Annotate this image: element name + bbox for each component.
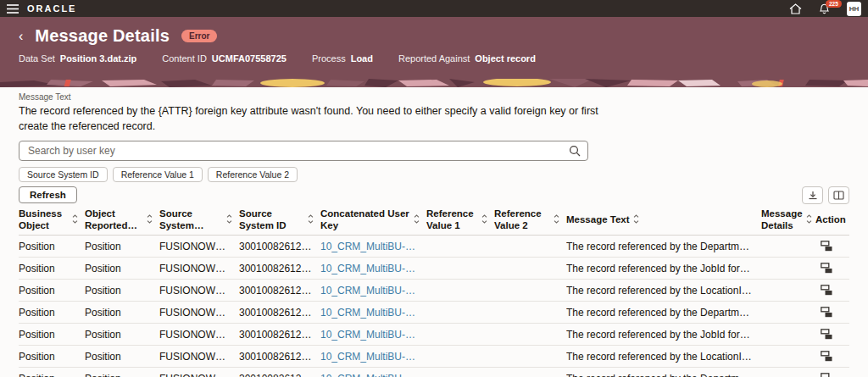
back-button[interactable]: ‹ [19,30,23,43]
cell-source-system: FUSIONOWNER [159,351,239,363]
cell-source-system: FUSIONOWNER [159,307,239,319]
cell-source-system-id: 300100826120264 [239,373,320,377]
filter-chip[interactable]: Reference Value 2 [208,167,298,182]
sort-icon[interactable] [414,214,420,225]
sort-icon[interactable] [226,214,232,225]
table-row: Position Position FUSIONOWNER 3001008261… [19,302,849,324]
cell-message-text: The record referenced by the DepartmentI… [566,307,761,319]
cell-user-key-link[interactable]: 10_CRM_MultiBU-100768 [320,307,426,319]
user-avatar[interactable]: HH [847,2,861,16]
cell-user-key-link[interactable]: 10_CRM_MultiBU-100768 [320,351,426,363]
filter-chips-row: Source System IDReference Value 1Referen… [19,167,849,182]
message-text-label: Message Text [19,92,849,102]
filter-chip[interactable]: Source System ID [19,167,108,182]
sort-icon[interactable] [72,214,78,225]
cell-business-object: Position [19,263,85,274]
row-action-icon[interactable] [815,241,849,252]
refresh-button[interactable]: Refresh [19,186,77,203]
sort-icon[interactable] [554,214,559,225]
cell-object-reported: Position [85,329,159,341]
search-bar [19,141,588,161]
cell-source-system: FUSIONOWNER [159,329,239,341]
column-header[interactable]: Business Object [19,208,85,231]
decorative-pattern-strip [0,79,868,87]
column-header[interactable]: Object Reported… [85,208,159,231]
table-header-row: Business ObjectObject Reported…Source Sy… [19,208,849,236]
cell-source-system-id: 300100826120072 [239,241,320,252]
search-input[interactable] [19,141,588,161]
cell-message-text: The record referenced by the LocationId … [566,285,761,297]
sort-icon[interactable] [806,214,812,225]
top-bar: ORACLE 225 HH [0,0,868,17]
page-header: ‹ Message Details Error Data SetPosition… [0,17,868,79]
cell-business-object: Position [19,351,85,363]
notification-count-badge: 225 [826,0,842,8]
cell-source-system: FUSIONOWNER [159,373,239,377]
sort-icon[interactable] [308,214,314,225]
column-header[interactable]: Source System ID [239,208,320,231]
column-header[interactable]: Reference Value 2 [494,208,566,231]
column-header[interactable]: Message Details [761,208,815,231]
cell-source-system: FUSIONOWNER [159,263,239,274]
table-row: Position Position FUSIONOWNER 3001008261… [19,324,849,346]
sort-icon[interactable] [481,214,487,225]
column-header[interactable]: Message Text [566,208,761,231]
cell-source-system-id: 300100826120074 [239,351,320,363]
page-title: Message Details [35,26,170,46]
row-action-icon[interactable] [815,329,849,340]
download-button[interactable] [802,186,823,204]
error-status-badge: Error [181,30,217,42]
search-icon[interactable] [569,145,581,160]
cell-message-text: The record referenced by the JobId forei… [566,329,761,341]
sort-icon[interactable] [633,214,639,225]
column-header[interactable]: Reference Value 1 [426,208,494,231]
header-meta-row: Data SetPosition 3.dat.zipContent IDUCMF… [19,53,849,64]
cell-business-object: Position [19,373,85,377]
cell-message-text: The record referenced by the JobId forei… [566,263,761,274]
oracle-logo: ORACLE [27,3,76,14]
cell-source-system-id: 300100826120074 [239,329,320,341]
cell-business-object: Position [19,285,85,297]
table-body: Position Position FUSIONOWNER 3001008261… [19,236,849,377]
cell-object-reported: Position [85,307,159,319]
cell-message-text: The record referenced by the LocationId … [566,351,761,363]
hamburger-menu-icon[interactable] [7,4,19,14]
notifications-bell-icon[interactable]: 225 [819,3,830,14]
header-meta-item: Data SetPosition 3.dat.zip [19,53,136,64]
content-area: Message Text The record referenced by th… [0,87,868,377]
home-icon[interactable] [789,3,802,14]
row-action-icon[interactable] [815,285,849,296]
cell-business-object: Position [19,241,85,252]
cell-user-key-link[interactable]: 10_CRM_MultiBU-100768 [320,329,426,341]
cell-object-reported: Position [85,285,159,297]
row-action-icon[interactable] [815,373,849,377]
column-header[interactable]: Source System… [159,208,239,231]
header-meta-item: ProcessLoad [312,53,373,64]
filter-chip[interactable]: Reference Value 1 [113,167,203,182]
message-text-body: The record referenced by the {ATTR} fore… [19,103,605,134]
cell-source-system: FUSIONOWNER [159,241,239,252]
cell-user-key-link[interactable]: 10_CRM_MultiBU-100766 [320,285,426,297]
table-row: Position Position FUSIONOWNER 3001008261… [19,258,849,280]
row-action-icon[interactable] [815,263,849,274]
cell-business-object: Position [19,329,85,341]
cell-user-key-link[interactable]: 10_CRM_MultiBU-100766 [320,263,426,274]
table-row: Position Position FUSIONOWNER 3001008261… [19,346,849,368]
column-header[interactable]: Action [815,208,849,231]
table-toolbar: Refresh [19,186,849,204]
table-row: Position Position FUSIONOWNER 3001008261… [19,368,849,377]
table-row: Position Position FUSIONOWNER 3001008261… [19,280,849,302]
cell-source-system-id: 300100826120074 [239,307,320,319]
cell-object-reported: Position [85,241,159,252]
row-action-icon[interactable] [815,351,849,362]
cell-object-reported: Position [85,373,159,377]
sort-icon[interactable] [147,214,153,225]
cell-user-key-link[interactable]: 10_CRM_MultiBU-100958 [320,373,426,377]
cell-source-system-id: 300100826120072 [239,285,320,297]
row-action-icon[interactable] [815,307,849,318]
manage-columns-button[interactable] [828,186,849,204]
cell-source-system-id: 300100826120072 [239,263,320,274]
column-header[interactable]: Concatenated User Key [320,208,426,231]
cell-user-key-link[interactable]: 10_CRM_MultiBU-100766 [320,241,426,252]
cell-message-text: The record referenced by the DepartmentI… [566,241,761,252]
